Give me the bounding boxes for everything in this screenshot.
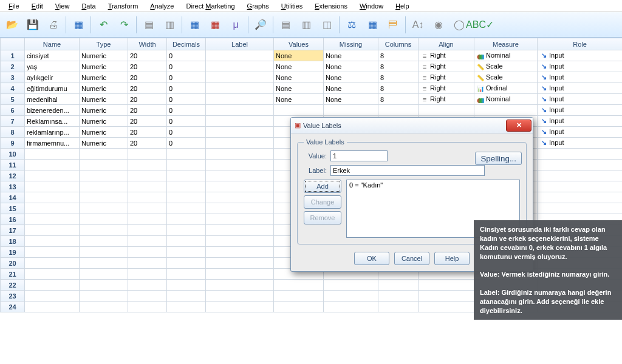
empty-cell[interactable]: [324, 302, 378, 312]
menu-transform[interactable]: Transform: [102, 1, 145, 11]
empty-cell[interactable]: [128, 269, 167, 280]
col-header-align[interactable]: Align: [419, 38, 474, 50]
col-header-missing[interactable]: Missing: [324, 38, 378, 50]
cell-decimals[interactable]: 0: [167, 83, 206, 94]
menu-data[interactable]: Data: [75, 1, 101, 11]
cell-align[interactable]: [419, 105, 474, 116]
empty-cell[interactable]: [80, 214, 128, 225]
cell-type[interactable]: Numeric: [80, 83, 128, 94]
empty-cell[interactable]: [419, 291, 474, 302]
col-header-columns[interactable]: Columns: [378, 38, 419, 50]
empty-cell[interactable]: [274, 291, 324, 302]
cell-role[interactable]: Input: [538, 127, 623, 138]
cell-columns[interactable]: 8: [378, 72, 419, 83]
menu-window[interactable]: Window: [354, 1, 389, 11]
cell-type[interactable]: Numeric: [80, 72, 128, 83]
cell-align[interactable]: Right: [419, 83, 474, 94]
cell-label[interactable]: [206, 105, 274, 116]
go-to-variable-icon[interactable]: ▥: [160, 15, 179, 35]
empty-cell[interactable]: [25, 302, 80, 312]
row-header[interactable]: 8: [1, 127, 25, 138]
empty-cell[interactable]: [80, 192, 128, 203]
dialog-titlebar[interactable]: ▣ Value Labels ✕: [291, 118, 533, 133]
menu-graphs[interactable]: Graphs: [241, 1, 275, 11]
empty-cell[interactable]: [80, 170, 128, 181]
cell-type[interactable]: Numeric: [80, 50, 128, 61]
cell-name[interactable]: Reklamınsa...: [25, 116, 80, 127]
empty-cell[interactable]: [80, 269, 128, 280]
menu-file[interactable]: File: [2, 1, 26, 11]
weight-cases-icon[interactable]: ⚖: [342, 15, 361, 35]
empty-cell[interactable]: [25, 192, 80, 203]
cell-type[interactable]: Numeric: [80, 94, 128, 105]
cell-type[interactable]: Numeric: [80, 138, 128, 149]
row-header[interactable]: 4: [1, 83, 25, 94]
menu-extensions[interactable]: Extensions: [309, 1, 354, 11]
cell-type[interactable]: Numeric: [80, 127, 128, 138]
rownum-header[interactable]: [1, 38, 25, 50]
cell-role[interactable]: Input: [538, 50, 623, 61]
cell-width[interactable]: 20: [128, 127, 167, 138]
cell-missing[interactable]: [324, 105, 378, 116]
cell-values[interactable]: None: [274, 50, 324, 61]
cell-role[interactable]: Input: [538, 138, 623, 149]
cell-label[interactable]: [206, 138, 274, 149]
cell-label[interactable]: [206, 94, 274, 105]
empty-cell[interactable]: [80, 203, 128, 214]
cell-name[interactable]: medenihal: [25, 94, 80, 105]
empty-cell[interactable]: [167, 269, 206, 280]
empty-cell[interactable]: [128, 181, 167, 192]
undo-icon[interactable]: ↶: [94, 15, 113, 35]
cell-missing[interactable]: None: [324, 83, 378, 94]
cell-values[interactable]: [274, 105, 324, 116]
cell-width[interactable]: 20: [128, 94, 167, 105]
row-header[interactable]: 5: [1, 94, 25, 105]
cell-decimals[interactable]: 0: [167, 116, 206, 127]
cell-columns[interactable]: 8: [378, 94, 419, 105]
empty-cell[interactable]: [274, 302, 324, 312]
empty-cell[interactable]: [25, 149, 80, 160]
cell-type[interactable]: Numeric: [80, 116, 128, 127]
empty-cell[interactable]: [274, 280, 324, 291]
empty-cell[interactable]: [80, 291, 128, 302]
ok-button[interactable]: OK: [354, 252, 389, 265]
row-header[interactable]: 12: [1, 170, 25, 181]
cell-role[interactable]: Input: [538, 94, 623, 105]
empty-cell[interactable]: [206, 214, 274, 225]
add-button[interactable]: Add: [304, 180, 341, 193]
cell-width[interactable]: 20: [128, 50, 167, 61]
cell-width[interactable]: 20: [128, 83, 167, 94]
cell-missing[interactable]: None: [324, 94, 378, 105]
change-button[interactable]: Change: [304, 195, 341, 209]
empty-cell[interactable]: [25, 225, 80, 236]
empty-cell[interactable]: [206, 192, 274, 203]
row-header[interactable]: 21: [1, 269, 25, 280]
cell-width[interactable]: 20: [128, 72, 167, 83]
insert-cases-icon[interactable]: ▤: [276, 15, 295, 35]
empty-cell[interactable]: [80, 258, 128, 269]
empty-cell[interactable]: [206, 170, 274, 181]
cell-columns[interactable]: 8: [378, 61, 419, 72]
empty-cell[interactable]: [538, 203, 623, 214]
menu-edit[interactable]: Edit: [26, 1, 49, 11]
open-file-icon[interactable]: 📂: [2, 15, 22, 35]
empty-cell[interactable]: [324, 280, 378, 291]
empty-cell[interactable]: [128, 214, 167, 225]
help-button[interactable]: Help: [434, 252, 470, 265]
value-input[interactable]: [330, 150, 388, 161]
empty-cell[interactable]: [167, 214, 206, 225]
empty-cell[interactable]: [167, 160, 206, 170]
cell-measure[interactable]: Nominal: [474, 94, 538, 105]
row-header[interactable]: 19: [1, 247, 25, 258]
empty-cell[interactable]: [167, 225, 206, 236]
cell-decimals[interactable]: 0: [167, 105, 206, 116]
recall-dialog-icon[interactable]: ▦: [69, 15, 88, 35]
cell-decimals[interactable]: 0: [167, 138, 206, 149]
empty-cell[interactable]: [167, 181, 206, 192]
row-header[interactable]: 6: [1, 105, 25, 116]
row-header[interactable]: 13: [1, 181, 25, 192]
empty-cell[interactable]: [128, 160, 167, 170]
empty-cell[interactable]: [378, 291, 419, 302]
row-header[interactable]: 23: [1, 291, 25, 302]
empty-cell[interactable]: [80, 247, 128, 258]
